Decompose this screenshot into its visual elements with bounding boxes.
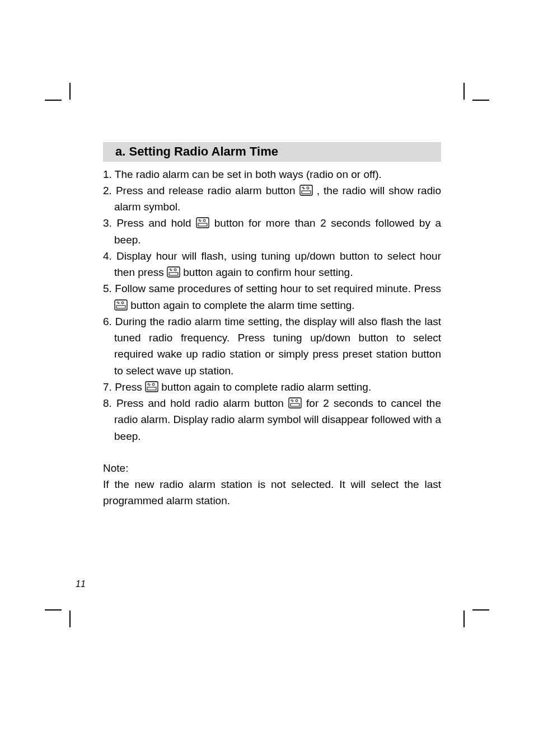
list-item: 6. During the radio alarm time setting, … xyxy=(103,313,441,379)
radio-alarm-icon xyxy=(167,266,180,277)
crop-mark xyxy=(45,100,84,139)
step-text: button again to complete radio alarm set… xyxy=(158,381,371,393)
page-number: 11 xyxy=(76,579,86,589)
step-text: Press and hold xyxy=(116,217,196,229)
note-body: If the new radio alarm station is not se… xyxy=(103,476,441,509)
list-item: 7. Press button again to complete radio … xyxy=(103,379,441,395)
note-block: Note: If the new radio alarm station is … xyxy=(103,460,441,509)
list-item: 5. Follow same procedures of setting hou… xyxy=(103,280,441,313)
svg-rect-8 xyxy=(169,273,178,275)
step-text: During the radio alarm time setting, the… xyxy=(114,316,441,377)
radio-alarm-icon xyxy=(196,217,209,228)
svg-point-16 xyxy=(296,400,298,402)
radio-alarm-icon xyxy=(299,184,313,195)
crop-mark xyxy=(450,100,489,139)
step-text: The radio alarm can be set in both ways … xyxy=(115,168,382,180)
crop-mark xyxy=(45,571,84,611)
step-number: 6. xyxy=(103,316,115,327)
step-text: button again to confirm hour setting. xyxy=(180,266,353,278)
svg-point-4 xyxy=(203,219,205,222)
list-item: 3. Press and hold button for more than 2… xyxy=(103,215,441,248)
step-number: 2. xyxy=(103,185,116,196)
svg-point-13 xyxy=(152,383,154,386)
note-label: Note: xyxy=(103,460,441,476)
radio-alarm-icon xyxy=(288,397,302,408)
step-text: Press and hold radio alarm button xyxy=(116,397,288,409)
step-text: Press and release radio alarm button xyxy=(116,185,299,196)
svg-rect-5 xyxy=(198,223,207,226)
crop-mark xyxy=(450,571,489,611)
radio-alarm-icon xyxy=(145,381,158,392)
svg-rect-11 xyxy=(116,306,125,308)
svg-point-7 xyxy=(174,269,176,271)
section-heading: a. Setting Radio Alarm Time xyxy=(103,142,441,162)
page-content: a. Setting Radio Alarm Time 1. The radio… xyxy=(103,142,441,509)
list-item: 4. Display hour will flash, using tuning… xyxy=(103,248,441,281)
list-item: 2. Press and release radio alarm button … xyxy=(103,182,441,215)
step-text: Press xyxy=(115,381,145,393)
svg-point-1 xyxy=(307,187,309,189)
radio-alarm-icon xyxy=(114,299,128,310)
list-item: 8. Press and hold radio alarm button for… xyxy=(103,395,441,444)
step-number: 5. xyxy=(103,283,115,294)
svg-point-10 xyxy=(121,302,124,304)
svg-rect-2 xyxy=(302,191,311,194)
list-item: 1. The radio alarm can be set in both wa… xyxy=(103,166,441,182)
step-number: 7. xyxy=(103,381,115,393)
document-page: a. Setting Radio Alarm Time 1. The radio… xyxy=(0,0,534,756)
step-text: Follow same procedures of setting hour t… xyxy=(115,283,441,294)
instruction-list: 1. The radio alarm can be set in both wa… xyxy=(103,166,441,444)
svg-rect-17 xyxy=(291,403,299,406)
step-number: 8. xyxy=(103,397,116,409)
step-number: 4. xyxy=(103,250,116,262)
svg-rect-14 xyxy=(147,387,156,390)
step-text: button again to complete the alarm time … xyxy=(128,299,355,311)
step-number: 3. xyxy=(103,217,116,229)
step-number: 1. xyxy=(103,168,115,180)
